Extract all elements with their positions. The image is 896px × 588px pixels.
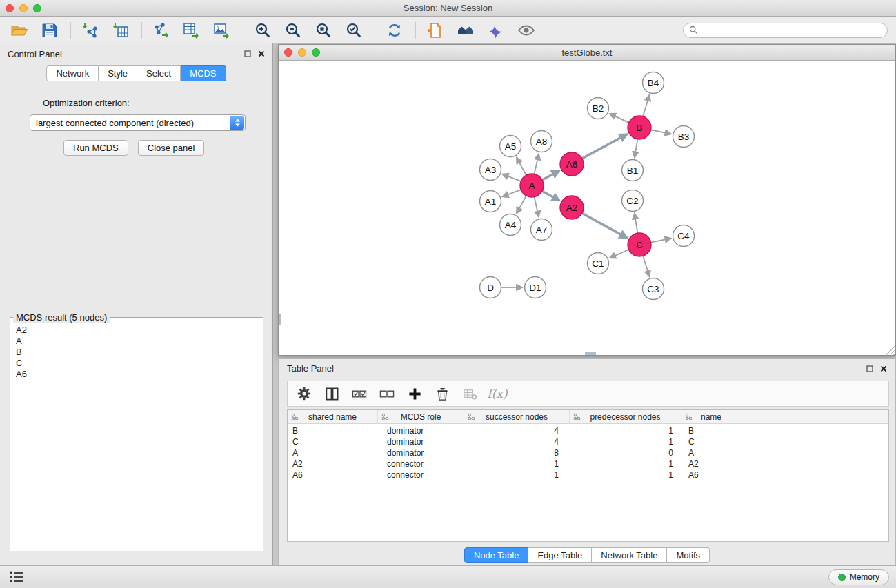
graph-edge-A-A4[interactable] (517, 196, 526, 214)
tab-mcds[interactable]: MCDS (181, 65, 226, 81)
criterion-dropdown[interactable]: largest connected component (directed) (30, 114, 246, 131)
graph-node-B3[interactable]: B3 (673, 126, 695, 148)
network-from-clipboard-button[interactable] (424, 19, 446, 41)
graph-node-C[interactable]: C (628, 233, 651, 256)
graph-node-D[interactable]: D (480, 277, 501, 298)
graph-node-A6[interactable]: A6 (560, 152, 584, 176)
column-header[interactable]: successor nodes (464, 410, 570, 423)
graph-node-A8[interactable]: A8 (531, 131, 552, 152)
minimize-view-button[interactable] (298, 48, 306, 57)
column-header[interactable]: predecessor nodes (570, 410, 681, 423)
panel-resize-grip[interactable] (279, 314, 281, 325)
task-history-button[interactable] (7, 569, 26, 585)
graph-edge-A6-B[interactable] (582, 134, 627, 159)
zoom-out-button[interactable] (282, 19, 304, 41)
column-header[interactable]: MCDS role (378, 410, 464, 423)
graph-edge-B-B1[interactable] (635, 139, 637, 158)
home-button[interactable] (455, 19, 477, 41)
network-graph[interactable]: B4B2BB3A5A8A6B1A3AA1C2A2A4A7C4CC1C3DD1 (279, 61, 895, 355)
result-item[interactable]: A (12, 336, 261, 347)
panel-resize-grip[interactable] (585, 352, 596, 355)
apply-layout-button[interactable] (384, 19, 406, 41)
table-row[interactable]: A2connector11A2 (288, 458, 888, 469)
zoom-window-button[interactable] (33, 4, 41, 12)
graph-node-B1[interactable]: B1 (622, 160, 644, 181)
graph-node-C4[interactable]: C4 (673, 225, 695, 247)
show-columns-button[interactable] (322, 384, 341, 403)
result-item[interactable]: C (12, 358, 261, 369)
graph-node-A5[interactable]: A5 (500, 136, 521, 157)
zoom-view-button[interactable] (312, 48, 320, 57)
graph-edge-A-A3[interactable] (502, 174, 521, 181)
select-all-button[interactable] (350, 384, 369, 403)
tab-edge-table[interactable]: Edge Table (528, 547, 592, 563)
graph-node-B4[interactable]: B4 (643, 72, 664, 94)
graph-node-A[interactable]: A (520, 174, 544, 197)
graph-node-B2[interactable]: B2 (588, 98, 609, 119)
graph-edge-B-B3[interactable] (651, 130, 671, 134)
close-panel-button[interactable]: Close panel (138, 140, 205, 156)
zoom-fit-button[interactable] (312, 19, 335, 41)
close-window-button[interactable] (6, 4, 14, 12)
function-builder-button[interactable]: f(x) (488, 384, 507, 403)
export-image-button[interactable] (211, 19, 233, 41)
save-session-button[interactable] (39, 19, 61, 41)
zoom-in-button[interactable] (252, 19, 274, 41)
close-panel-icon[interactable] (880, 365, 887, 372)
export-table-button[interactable] (181, 19, 203, 41)
tab-network-table[interactable]: Network Table (592, 547, 667, 563)
graph-node-C1[interactable]: C1 (588, 253, 609, 274)
graph-node-A1[interactable]: A1 (480, 191, 501, 212)
result-item[interactable]: A6 (12, 369, 261, 380)
delete-columns-button[interactable] (432, 384, 452, 403)
unselect-all-button[interactable] (377, 384, 397, 403)
import-table-file-button[interactable] (110, 19, 132, 41)
result-item[interactable]: B (12, 347, 261, 358)
close-panel-icon[interactable] (258, 50, 265, 57)
help-button[interactable] (485, 19, 507, 41)
graph-edge-A-A8[interactable] (535, 154, 539, 174)
open-session-button[interactable] (8, 19, 30, 41)
column-header[interactable]: shared name (288, 410, 378, 423)
graph-edge-A-A2[interactable] (542, 191, 560, 201)
tab-select[interactable]: Select (137, 65, 181, 81)
graph-edge-A-A1[interactable] (502, 190, 521, 196)
add-column-button[interactable] (405, 384, 424, 403)
table-row[interactable]: Bdominator41B (288, 425, 888, 436)
graph-edge-C-C3[interactable] (643, 256, 649, 276)
float-panel-icon[interactable] (866, 365, 873, 372)
tab-node-table[interactable]: Node Table (464, 547, 529, 563)
table-row[interactable]: Adominator80A (288, 447, 888, 458)
search-input[interactable] (701, 25, 882, 35)
table-settings-button[interactable] (295, 384, 314, 403)
tab-style[interactable]: Style (99, 65, 137, 81)
export-network-button[interactable] (150, 19, 172, 41)
graph-node-A4[interactable]: A4 (500, 214, 521, 236)
zoom-selected-button[interactable] (343, 19, 365, 41)
run-mcds-button[interactable]: Run MCDS (63, 140, 128, 156)
graph-edge-A-A7[interactable] (535, 197, 539, 217)
graph-node-D1[interactable]: D1 (525, 277, 546, 298)
table-row[interactable]: A6connector11A6 (288, 469, 888, 480)
float-panel-icon[interactable] (244, 50, 251, 57)
graph-edge-A-A6[interactable] (542, 170, 559, 180)
result-item[interactable]: A2 (12, 325, 261, 336)
close-view-button[interactable] (284, 48, 292, 57)
graph-edge-A2-C[interactable] (582, 213, 628, 238)
network-canvas[interactable]: B4B2BB3A5A8A6B1A3AA1C2A2A4A7C4CC1C3DD1 (279, 61, 895, 355)
import-network-file-button[interactable] (79, 19, 101, 41)
tab-motifs[interactable]: Motifs (667, 547, 710, 563)
network-window-titlebar[interactable]: testGlobe.txt (279, 45, 895, 61)
graph-node-C3[interactable]: C3 (643, 278, 664, 300)
tab-network[interactable]: Network (46, 65, 99, 81)
graph-edge-B-B4[interactable] (643, 95, 650, 116)
memory-button[interactable]: Memory (828, 569, 889, 585)
graph-node-A3[interactable]: A3 (480, 159, 501, 181)
delete-table-button[interactable] (460, 384, 479, 403)
table-row[interactable]: Cdominator41C (288, 436, 888, 447)
graph-edge-C-C2[interactable] (635, 213, 638, 233)
graph-node-A2[interactable]: A2 (560, 196, 584, 219)
minimize-window-button[interactable] (19, 4, 28, 12)
graph-node-A7[interactable]: A7 (531, 219, 552, 241)
column-header[interactable]: name (681, 410, 741, 423)
